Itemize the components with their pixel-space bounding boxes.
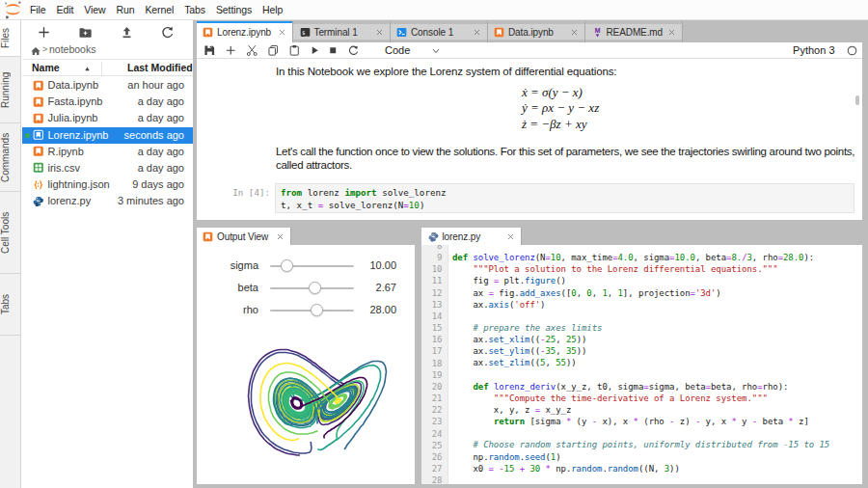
- editor-code-line[interactable]: def solve_lorenz(N=10, max_time=4.0, sig…: [452, 252, 829, 263]
- save-button[interactable]: [203, 44, 216, 57]
- notebook-scrollbar-thumb[interactable]: [855, 95, 859, 105]
- close-icon[interactable]: [667, 28, 676, 37]
- menu-help[interactable]: Help: [258, 0, 288, 19]
- tab-readme-md[interactable]: README.md: [585, 21, 683, 42]
- file-row[interactable]: Data.ipynban hour ago: [22, 77, 193, 94]
- menu-kernel[interactable]: Kernel: [140, 0, 179, 19]
- slider-track[interactable]: [270, 310, 354, 312]
- cut-cell-button[interactable]: [246, 44, 258, 57]
- notebook-content[interactable]: In this Notebook we explore the Lorenz s…: [197, 59, 862, 220]
- chevron-down-icon[interactable]: [430, 45, 442, 57]
- sidebar-tab-commands[interactable]: Commands: [0, 123, 20, 192]
- editor-code-line[interactable]: [452, 474, 829, 484]
- close-icon[interactable]: [570, 28, 579, 37]
- sidebar-tab-running[interactable]: Running: [0, 57, 20, 123]
- menu-edit[interactable]: Edit: [51, 0, 79, 19]
- code-token: beta: [757, 417, 788, 426]
- kernel-status-icon[interactable]: [846, 44, 858, 57]
- cell-type-select[interactable]: Code: [385, 44, 410, 56]
- menu-run[interactable]: Run: [111, 0, 140, 19]
- tab-data-ipynb[interactable]: Data.ipynb: [488, 21, 586, 42]
- menu-view[interactable]: View: [79, 0, 111, 19]
- editor-code-line[interactable]: ax.set_xlim((-25, 25)): [452, 334, 829, 345]
- code-token: ): [556, 452, 560, 462]
- upload-button[interactable]: [120, 25, 134, 40]
- close-icon[interactable]: [276, 232, 285, 241]
- cell-code-line[interactable]: t, x_t = solve_lorenz(N=10): [281, 199, 854, 211]
- editor-code-line[interactable]: [452, 245, 829, 252]
- file-row[interactable]: Fasta.ipynba day ago: [22, 94, 193, 110]
- tab-lorenz-py[interactable]: lorenz.py: [421, 228, 522, 245]
- editor-code-line[interactable]: """Plot a solution to the Lorenz differe…: [452, 263, 829, 275]
- code-cell-editor[interactable]: from lorenz import solve_lorenzt, x_t = …: [275, 183, 854, 214]
- close-icon[interactable]: [278, 28, 286, 37]
- breadcrumb-folder[interactable]: notebooks: [49, 43, 95, 55]
- editor-code-line[interactable]: ax.axis('off'): [452, 299, 829, 311]
- editor-code-line[interactable]: def lorenz_deriv(x_y_z, t0, sigma=sigma,…: [452, 381, 829, 393]
- editor-code-line[interactable]: x0 = -15 + 30 * np.random.random((N, 3)): [452, 463, 829, 474]
- editor-code-line[interactable]: # Choose random starting points, uniform…: [452, 439, 829, 450]
- file-row[interactable]: lightning.json9 days ago: [22, 176, 193, 193]
- sidebar-tab-files[interactable]: Files: [0, 20, 20, 57]
- editor-panel[interactable]: 8910111213141516171819202122232425262728…: [421, 245, 862, 484]
- tab-terminal-1[interactable]: Terminal 1: [293, 21, 391, 42]
- slider-handle[interactable]: [311, 304, 323, 316]
- refresh-files-button[interactable]: [160, 25, 175, 40]
- file-name: Lorenz.ipynb: [48, 129, 109, 141]
- sort-ascending-icon[interactable]: [83, 65, 92, 73]
- file-row[interactable]: Julia.ipynba day ago: [22, 110, 193, 126]
- close-icon[interactable]: [375, 28, 384, 37]
- column-header-modified[interactable]: Last Modified: [127, 62, 193, 73]
- copy-cell-button[interactable]: [267, 44, 280, 57]
- restart-kernel-button[interactable]: [347, 44, 360, 57]
- code-token: )): [577, 346, 587, 356]
- kernel-name[interactable]: Python 3: [793, 44, 834, 56]
- markdown-cell-text[interactable]: In this Notebook we explore the Lorenz s…: [276, 66, 616, 77]
- editor-code-line[interactable]: """Compute the time-derivative of a Lore…: [452, 393, 829, 404]
- column-header-name[interactable]: Name: [32, 62, 60, 73]
- menu-settings[interactable]: Settings: [210, 0, 257, 19]
- add-cell-button[interactable]: [225, 44, 237, 57]
- editor-code-line[interactable]: [452, 369, 829, 381]
- paste-cell-button[interactable]: [288, 44, 301, 57]
- cell-code-line[interactable]: from lorenz import solve_lorenz: [281, 186, 854, 199]
- slider-handle[interactable]: [281, 259, 293, 272]
- editor-code-line[interactable]: x, y, z = x_y_z: [452, 404, 829, 416]
- file-row[interactable]: iris.csva day ago: [22, 160, 193, 176]
- slider-handle[interactable]: [309, 282, 321, 294]
- tab-output-view[interactable]: Output View: [197, 228, 292, 245]
- editor-code[interactable]: def solve_lorenz(N=10, max_time=4.0, sig…: [452, 245, 829, 484]
- menu-tabs[interactable]: Tabs: [179, 0, 211, 19]
- file-row[interactable]: lorenz.py3 minutes ago: [22, 193, 193, 209]
- editor-code-line[interactable]: ax = fig.add_axes([0, 0, 1, 1], projecti…: [452, 287, 829, 299]
- tab-console-1[interactable]: Console 1: [391, 21, 488, 42]
- new-folder-button[interactable]: [78, 25, 93, 40]
- markdown-cell-text-2[interactable]: Let's call the function once to view the…: [276, 145, 854, 172]
- file-row[interactable]: Lorenz.ipynbseconds ago: [22, 127, 193, 144]
- sidebar-tab-tabs[interactable]: Tabs: [0, 274, 20, 336]
- stop-kernel-button[interactable]: [327, 44, 339, 57]
- editor-code-line[interactable]: return [sigma * (y - x), x * (rho - z) -…: [452, 416, 829, 427]
- close-icon[interactable]: [506, 232, 515, 241]
- editor-code-line[interactable]: [452, 311, 829, 322]
- editor-code-line[interactable]: ax.set_zlim((5, 55)): [452, 357, 829, 368]
- tab-lorenz-ipynb[interactable]: Lorenz.ipynb: [197, 21, 294, 42]
- code-token: random: [489, 452, 520, 462]
- editor-code-line[interactable]: # prepare the axes limits: [452, 322, 829, 334]
- menu-file[interactable]: File: [25, 0, 52, 19]
- slider-track[interactable]: [270, 287, 354, 290]
- run-cell-button[interactable]: [309, 44, 321, 57]
- file-row[interactable]: R.ipynba day ago: [22, 144, 193, 160]
- code-token: # prepare the axes limits: [473, 323, 602, 333]
- editor-code-line[interactable]: np.random.seed(1): [452, 451, 829, 463]
- editor-code-line[interactable]: [452, 427, 829, 439]
- close-icon[interactable]: [473, 28, 481, 37]
- editor-code-line[interactable]: fig = plt.figure(): [452, 275, 829, 286]
- home-icon[interactable]: [30, 45, 41, 57]
- slider-track[interactable]: [270, 265, 354, 268]
- sidebar-tab-cell-tools[interactable]: Cell Tools: [0, 192, 20, 274]
- new-launcher-button[interactable]: [37, 25, 51, 40]
- code-token: (rho: [638, 417, 669, 426]
- line-number: 27: [421, 463, 443, 474]
- editor-code-line[interactable]: ax.set_ylim((-35, 35)): [452, 345, 829, 357]
